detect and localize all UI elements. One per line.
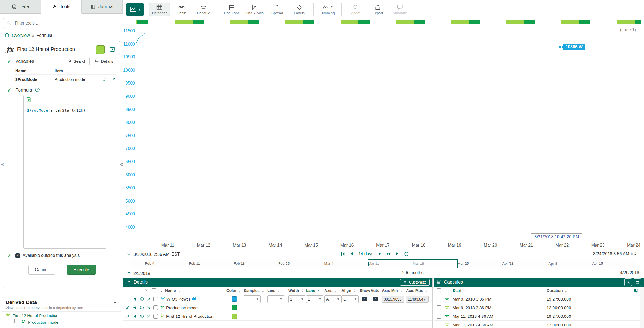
back-icon[interactable]	[348, 251, 355, 257]
color-swatch[interactable]	[232, 296, 237, 302]
pencil-icon[interactable]	[126, 305, 130, 310]
capsule-checkbox[interactable]	[437, 305, 441, 310]
timezone-start[interactable]: EST	[171, 252, 180, 257]
sidebar-tab-journal[interactable]: Journal	[82, 0, 123, 13]
scrollbar[interactable]	[640, 287, 644, 328]
color-swatch[interactable]	[232, 305, 237, 310]
remove-icon[interactable]	[147, 314, 151, 319]
step-back-icon[interactable]	[340, 251, 346, 257]
capsule-row[interactable]: Mar 9, 2018 3:36 PM19:27:00.000	[434, 295, 644, 303]
formula-code[interactable]: $ProdMode.afterStart(12h)	[24, 105, 106, 116]
table-edit-icon[interactable]	[634, 288, 639, 293]
derived-item-link[interactable]: First 12 Hrs of Production	[13, 313, 58, 318]
capsule-checkbox[interactable]	[437, 297, 441, 301]
available-checkbox[interactable]	[15, 253, 20, 258]
toolbar-button-export[interactable]: Export	[367, 3, 388, 16]
color-swatch-button[interactable]	[96, 45, 105, 54]
collapse-panel-left-button[interactable]: «	[1, 161, 4, 167]
remove-icon[interactable]	[147, 297, 151, 301]
document-icon[interactable]	[26, 97, 31, 103]
axis-max-input[interactable]: 11483.047	[406, 296, 429, 303]
send-icon[interactable]	[133, 314, 137, 319]
send-icon[interactable]	[133, 297, 137, 301]
details-column-auto[interactable]: Auto	[370, 288, 381, 293]
zoom-icon[interactable]	[624, 278, 632, 286]
toolbar-button-one-lane[interactable]: One Lane	[221, 3, 242, 16]
details-column-axis-min[interactable]: Axis Min	[381, 288, 405, 293]
chevron-down-icon[interactable]: ▼	[113, 300, 117, 305]
collapse-sidebar-button[interactable]: «	[120, 161, 123, 167]
remove-icon[interactable]	[147, 306, 151, 310]
capsule-bar-production-mode[interactable]	[136, 20, 148, 24]
help-icon[interactable]: ?	[35, 87, 40, 93]
width-select[interactable]: 1▼	[288, 295, 305, 303]
details-column-color[interactable]: Color	[226, 288, 243, 293]
toolbar-button-labels[interactable]: Labels	[289, 3, 310, 16]
select-all-checkbox[interactable]	[152, 288, 156, 293]
pencil-icon[interactable]	[103, 76, 108, 82]
forward-icon[interactable]	[377, 251, 383, 257]
capsule-bar-first-12-hrs[interactable]	[285, 20, 303, 24]
capsule-bar-first-12-hrs[interactable]	[451, 20, 469, 24]
toolbar-button-calendar[interactable]: Calendar	[149, 3, 170, 16]
derived-item-link[interactable]: Production mode	[28, 320, 58, 324]
lane-select[interactable]: 1▼	[306, 295, 323, 303]
capsule-bar-first-12-hrs[interactable]	[175, 20, 193, 24]
capsule-row[interactable]: Mar 9, 2018 3:36 PM12:00:00.000	[434, 303, 644, 312]
variables-search-button[interactable]: Search	[65, 57, 90, 65]
details-column-width[interactable]: Width	[287, 288, 305, 293]
view-mode-dropdown[interactable]: ▼	[126, 3, 144, 16]
slider-track[interactable]: Feb 4Feb 11Feb 18Feb 25Mar 4Mar 11Mar 18…	[130, 260, 636, 267]
row-checkbox[interactable]	[153, 314, 158, 319]
window-icon[interactable]	[634, 278, 641, 286]
home-icon[interactable]	[4, 32, 10, 39]
timezone-end[interactable]: EDT	[631, 251, 639, 256]
refresh-icon[interactable]	[404, 251, 410, 257]
capsule-checkbox[interactable]	[437, 323, 441, 327]
details-column-line[interactable]: Line	[266, 288, 287, 293]
details-column-axis[interactable]: Axis	[323, 288, 341, 293]
capsule-row[interactable]: Mar 11, 2018 4:36 AM12:00:00.000	[434, 321, 644, 328]
detail-row[interactable]: WQ3 Power▼▼1▼1▼A▼L▼3815.905511483.047	[123, 295, 432, 303]
capsule-bar-first-12-hrs[interactable]	[136, 20, 137, 24]
row-checkbox[interactable]	[153, 305, 158, 310]
line-style-dropdown[interactable]: ▼	[267, 295, 284, 303]
detail-row[interactable]: First 12 Hrs of Production	[123, 312, 432, 321]
remove-all-icon[interactable]	[144, 288, 148, 293]
capsules-column-duration[interactable]: Duration	[546, 288, 631, 293]
toolbar-button-dimming[interactable]: ▼Dimming	[317, 3, 338, 16]
auto-checkbox[interactable]	[373, 297, 378, 301]
fast-forward-icon[interactable]	[386, 251, 392, 257]
capsule-bar-first-12-hrs[interactable]	[230, 20, 248, 24]
info-icon[interactable]	[140, 314, 144, 319]
info-icon[interactable]	[140, 305, 144, 310]
tool-name-input[interactable]	[17, 45, 93, 54]
arrow-down-icon[interactable]	[126, 251, 131, 257]
customize-button[interactable]: Customize	[400, 279, 430, 286]
arrow-up-icon[interactable]	[126, 270, 131, 277]
color-swatch[interactable]	[232, 314, 237, 319]
info-icon[interactable]	[140, 297, 144, 301]
sidebar-tab-data[interactable]: Data	[0, 0, 41, 13]
detail-row[interactable]: Production mode	[123, 303, 432, 312]
capsule-bar-first-12-hrs[interactable]	[506, 20, 524, 24]
stats-icon[interactable]	[192, 296, 196, 302]
filter-tools-input[interactable]	[3, 18, 119, 28]
capsule-bar-first-12-hrs[interactable]	[561, 20, 579, 24]
capsule-checkbox[interactable]	[437, 314, 441, 319]
sidebar-tab-tools[interactable]: Tools	[41, 0, 82, 14]
samples-style-dropdown[interactable]: ▼	[244, 295, 261, 303]
breadcrumb-overview-link[interactable]: Overview	[12, 33, 30, 38]
execute-button[interactable]: Execute	[67, 265, 96, 275]
trend-chart[interactable]: 1150011000105001000095009000850080007500…	[123, 19, 644, 242]
details-column-lane[interactable]: Lane	[305, 288, 323, 293]
capsules-column-start[interactable]: Start	[452, 288, 546, 293]
capsule-bar-first-12-hrs[interactable]	[341, 20, 359, 24]
toolbar-button-chain[interactable]: Chain	[171, 3, 192, 16]
send-icon[interactable]	[133, 305, 137, 310]
select-all-capsules-checkbox[interactable]	[437, 288, 441, 293]
capsule-bar-first-12-hrs[interactable]	[617, 20, 635, 24]
toolbar-button-one-y-axis[interactable]: One Y-Axis	[243, 3, 266, 16]
maximize-icon[interactable]	[108, 45, 116, 54]
axis-min-input[interactable]: 3815.9055	[382, 296, 404, 303]
